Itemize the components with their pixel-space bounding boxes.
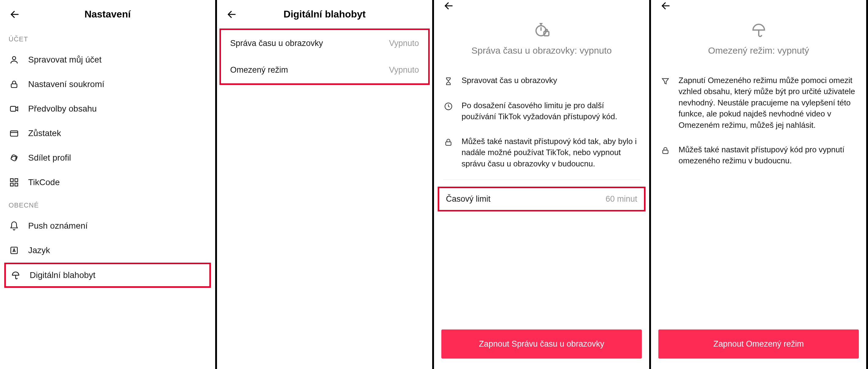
bell-icon <box>8 220 20 231</box>
menu-item-balance[interactable]: Zůstatek <box>0 121 215 146</box>
menu-item-label: Zůstatek <box>28 129 61 138</box>
clock-icon <box>443 101 454 112</box>
menu-item-privacy[interactable]: Nastavení soukromí <box>0 72 215 96</box>
arrow-left-icon <box>9 9 20 20</box>
hero-title: Správa času u obrazovky: vypnuto <box>471 45 612 56</box>
wallet-icon <box>8 128 20 139</box>
menu-item-label: Sdílet profil <box>28 153 71 163</box>
time-limit-label: Časový limit <box>446 194 491 204</box>
setting-value: Vypnuto <box>389 65 419 75</box>
section-label-general: OBECNÉ <box>0 195 215 214</box>
setting-row-restricted-mode[interactable]: Omezený režim Vypnuto <box>221 57 428 83</box>
arrow-left-icon <box>226 9 237 20</box>
enable-restricted-mode-button[interactable]: Zapnout Omezený režim <box>658 330 859 359</box>
page-title: Nastavení <box>8 8 207 20</box>
back-button[interactable] <box>659 0 672 12</box>
info-row: Můžeš také nastavit přístupový kód pro v… <box>651 137 866 173</box>
header: Digitální blahobyt <box>217 0 432 29</box>
header <box>434 0 649 12</box>
menu-item-label: Předvolby obsahu <box>28 104 97 114</box>
svg-rect-18 <box>663 150 668 153</box>
menu-item-language[interactable]: Jazyk <box>0 238 215 263</box>
page-title: Digitální blahobyt <box>225 8 424 20</box>
menu-item-digital-wellbeing[interactable]: Digitální blahobyt <box>4 263 211 288</box>
svg-rect-16 <box>446 142 451 145</box>
person-icon <box>8 54 20 65</box>
header <box>651 0 866 12</box>
info-text: Můžeš také nastavit přístupový kód tak, … <box>462 136 640 169</box>
arrow-left-icon <box>443 1 454 11</box>
enable-screen-time-button[interactable]: Zapnout Správu času u obrazovky <box>441 330 642 359</box>
svg-rect-3 <box>10 106 16 111</box>
menu-item-share-profile[interactable]: Sdílet profil <box>0 146 215 170</box>
qr-icon <box>8 177 20 188</box>
info-row: Spravovat čas u obrazovky <box>434 68 649 93</box>
svg-rect-4 <box>10 131 18 136</box>
umbrella-icon <box>10 270 21 281</box>
info-row: Zapnutí Omezeného režimu může pomoci ome… <box>651 68 866 137</box>
header: Nastavení <box>0 0 215 29</box>
menu-item-label: Nastavení soukromí <box>28 79 104 89</box>
menu-item-manage-account[interactable]: Spravovat můj účet <box>0 48 215 72</box>
wellbeing-options-group: Správa času u obrazovky Vypnuto Omezený … <box>219 29 430 85</box>
filter-icon <box>660 76 671 86</box>
info-text: Spravovat čas u obrazovky <box>462 75 557 86</box>
menu-item-tikcode[interactable]: TikCode <box>0 170 215 195</box>
info-row: Můžeš také nastavit přístupový kód tak, … <box>434 129 649 176</box>
share-icon <box>8 152 20 163</box>
menu-item-label: TikCode <box>28 177 60 187</box>
time-limit-row[interactable]: Časový limit 60 minut <box>438 187 646 211</box>
screen-time-management-screen: Správa času u obrazovky: vypnuto Spravov… <box>434 0 651 369</box>
hourglass-icon <box>443 76 454 86</box>
svg-rect-9 <box>15 183 18 186</box>
setting-row-screen-time[interactable]: Správa času u obrazovky Vypnuto <box>221 30 428 57</box>
menu-item-label: Digitální blahobyt <box>30 270 95 280</box>
section-label-account: ÚČET <box>0 29 215 48</box>
divider <box>443 179 640 180</box>
svg-rect-6 <box>10 179 13 181</box>
info-text: Po dosažení časového limitu je pro další… <box>462 100 640 122</box>
info-text: Můžeš také nastavit přístupový kód pro v… <box>679 144 857 166</box>
setting-value: Vypnuto <box>389 38 419 48</box>
menu-item-label: Push oznámení <box>28 221 88 231</box>
back-button[interactable] <box>442 0 455 12</box>
setting-label: Omezený režim <box>230 65 288 75</box>
menu-item-label: Spravovat můj účet <box>28 55 102 65</box>
video-icon <box>8 103 20 114</box>
stopwatch-lock-icon <box>532 21 551 39</box>
arrow-left-icon <box>660 1 671 11</box>
time-limit-value: 60 minut <box>606 194 637 204</box>
back-button[interactable] <box>225 8 238 21</box>
svg-point-1 <box>12 56 16 60</box>
umbrella-icon <box>749 21 768 39</box>
back-button[interactable] <box>8 8 21 21</box>
menu-item-content-preferences[interactable]: Předvolby obsahu <box>0 96 215 121</box>
lock-icon <box>443 137 454 147</box>
menu-item-label: Jazyk <box>28 246 50 255</box>
svg-rect-8 <box>10 183 13 186</box>
hero: Omezený režim: vypnutý <box>651 12 866 68</box>
digital-wellbeing-screen: Digitální blahobyt Správa času u obrazov… <box>217 0 434 369</box>
hero: Správa času u obrazovky: vypnuto <box>434 12 649 68</box>
language-icon <box>8 245 20 256</box>
info-row: Po dosažení časového limitu je pro další… <box>434 93 649 129</box>
lock-icon <box>8 79 20 90</box>
svg-rect-7 <box>15 179 18 181</box>
lock-icon <box>660 145 671 156</box>
restricted-mode-screen: Omezený režim: vypnutý Zapnutí Omezeného… <box>651 0 868 369</box>
menu-item-push-notifications[interactable]: Push oznámení <box>0 214 215 238</box>
svg-rect-2 <box>11 84 17 88</box>
hero-title: Omezený režim: vypnutý <box>708 45 809 56</box>
setting-label: Správa času u obrazovky <box>230 38 323 48</box>
info-text: Zapnutí Omezeného režimu může pomoci ome… <box>679 75 857 131</box>
settings-screen: Nastavení ÚČET Spravovat můj účet Nastav… <box>0 0 217 369</box>
